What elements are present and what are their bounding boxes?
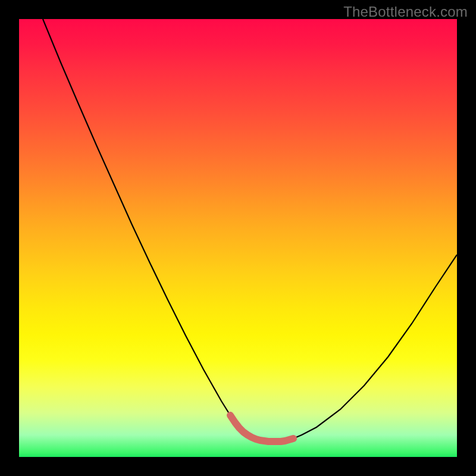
series-black-curve [43, 19, 457, 441]
chart-frame: TheBottleneck.com [0, 0, 476, 476]
plot-area [19, 19, 457, 457]
curve-svg [19, 19, 457, 457]
series-group [43, 19, 457, 441]
series-flat-bottom-marker [230, 415, 293, 441]
watermark-text: TheBottleneck.com [343, 4, 468, 20]
